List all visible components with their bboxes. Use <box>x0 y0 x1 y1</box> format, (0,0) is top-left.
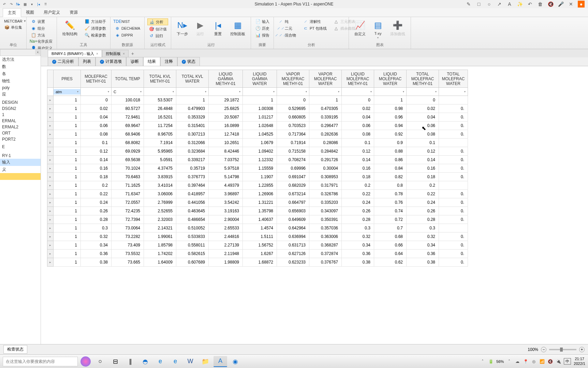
data-cell[interactable]: 29.1872 <box>209 96 243 104</box>
check-status-button[interactable]: 检查状态 <box>3 345 27 354</box>
data-cell[interactable]: 69.9647 <box>112 122 144 130</box>
data-cell[interactable]: 0. <box>439 113 468 122</box>
data-cell[interactable]: 0. <box>439 122 468 130</box>
data-cell[interactable]: 1.64009 <box>144 258 176 267</box>
data-cell[interactable]: 0.3 <box>81 224 112 232</box>
data-cell[interactable]: 0.631713 <box>277 241 309 250</box>
data-cell[interactable]: 1 <box>54 181 81 190</box>
data-cell[interactable]: 3.83915 <box>144 173 176 181</box>
data-cell[interactable]: 1 <box>309 96 342 104</box>
data-cell[interactable]: 1 <box>54 156 81 164</box>
subtab-comment[interactable]: 注释 <box>160 57 177 66</box>
row-handle[interactable]: ▸ <box>47 113 54 122</box>
data-cell[interactable]: 0.470305 <box>309 104 342 113</box>
data-cell[interactable]: 0.418957 <box>176 190 209 198</box>
data-cell[interactable]: 100.018 <box>112 96 144 104</box>
data-cell[interactable]: 0.691047 <box>277 173 309 181</box>
clean-param-button[interactable]: 🧹清理参数 <box>83 25 107 31</box>
column-header[interactable]: LIQUID MOLEFRAC WATER <box>374 70 407 88</box>
data-cell[interactable]: 1.35798 <box>243 207 277 215</box>
data-cell[interactable]: 0.38 <box>81 258 112 267</box>
data-cell[interactable]: 1 <box>243 96 277 104</box>
data-cell[interactable]: 0.32 <box>407 232 439 241</box>
data-cell[interactable]: 16.0899 <box>209 122 243 130</box>
data-cell[interactable]: 0.82 <box>374 173 407 181</box>
magic-wand-icon[interactable]: ✨ <box>516 1 523 8</box>
data-cell[interactable]: 0.32 <box>81 232 112 241</box>
data-cell[interactable]: 0.04 <box>342 113 374 122</box>
data-cell[interactable]: 0.62 <box>374 258 407 267</box>
sidebar-item[interactable]: 数 <box>0 63 41 70</box>
data-cell[interactable]: 0. <box>439 104 468 113</box>
data-cell[interactable]: 0.18 <box>407 173 439 181</box>
location-icon[interactable]: 📍 <box>523 359 528 364</box>
data-cell[interactable]: 1.12332 <box>243 156 277 164</box>
data-cell[interactable]: 0.16 <box>81 164 112 173</box>
row-handle[interactable]: ▸ <box>47 130 54 139</box>
data-cell[interactable]: 0.558011 <box>176 241 209 250</box>
unit-cell[interactable]: ▾ <box>374 88 407 96</box>
sidebar-item[interactable]: poly <box>0 85 41 91</box>
qa-overflow-icon[interactable]: ⠿ <box>43 2 48 6</box>
reset-button[interactable]: |◂重置 <box>210 18 226 38</box>
data-cell[interactable]: 0.656903 <box>277 207 309 215</box>
data-cell[interactable]: 0.335203 <box>309 198 342 207</box>
data-cell[interactable]: 0.529695 <box>277 104 309 113</box>
data-cell[interactable]: 1 <box>54 258 81 267</box>
column-header[interactable]: TOTAL MOLEFRAC WATER <box>439 70 468 88</box>
data-cell[interactable]: 0.22 <box>407 190 439 198</box>
data-cell[interactable]: 0.703523 <box>277 122 309 130</box>
setup-button[interactable]: ⚙设置 <box>29 18 54 25</box>
data-cell[interactable]: 1 <box>54 198 81 207</box>
sidebar-item[interactable]: DESIGN <box>0 99 41 105</box>
data-cell[interactable]: 0.312066 <box>176 139 209 147</box>
row-handle[interactable]: ▸ <box>47 139 54 147</box>
column-header[interactable]: TOTAL MOLEFRAC METHY-01 <box>407 70 439 88</box>
data-cell[interactable]: 73.409 <box>112 241 144 250</box>
taskbar-generic-icon[interactable]: ∥ <box>123 356 137 367</box>
ctrl-panel-button[interactable]: ▦控制面板 <box>227 18 248 38</box>
data-cell[interactable]: 7.1914 <box>144 139 176 147</box>
unit-cell[interactable]: ▾ <box>277 88 309 96</box>
data-cell[interactable]: 11.7254 <box>144 122 176 130</box>
data-cell[interactable]: 0.2 <box>342 181 374 190</box>
binary-button[interactable]: ⟋⟋二元 <box>277 25 297 31</box>
dippr-button[interactable]: ◈DIPPR <box>113 32 142 38</box>
analyze-button[interactable]: 🔬分析 <box>147 18 168 25</box>
data-cell[interactable]: 0.16 <box>407 164 439 173</box>
goto-first-icon[interactable]: |◂ <box>36 2 41 6</box>
data-cell[interactable]: 0. <box>439 258 468 267</box>
data-cell[interactable]: 72.7394 <box>112 215 144 224</box>
data-cell[interactable]: 0.08 <box>81 130 112 139</box>
data-cell[interactable]: 0.22 <box>81 190 112 198</box>
data-cell[interactable]: 0.479903 <box>176 104 209 113</box>
sidebar-item[interactable]: ERMAL2 <box>0 124 41 130</box>
row-handle[interactable]: ▸ <box>47 190 54 198</box>
data-cell[interactable]: 5.0591 <box>144 156 176 164</box>
tab-ctrl-panel[interactable]: 控制面板× <box>102 50 129 57</box>
row-handle[interactable]: ▸ <box>47 104 54 113</box>
nist-button[interactable]: TDENIST <box>113 18 142 25</box>
data-cell[interactable]: 1 <box>54 164 81 173</box>
row-handle[interactable]: ▸ <box>47 224 54 232</box>
data-cell[interactable]: 0.441056 <box>176 198 209 207</box>
data-cell[interactable]: 0.66 <box>374 241 407 250</box>
data-cell[interactable]: 1 <box>54 241 81 250</box>
data-cell[interactable]: 25.6825 <box>209 104 243 113</box>
data-cell[interactable]: 0.660805 <box>277 113 309 122</box>
data-cell[interactable]: 1.01217 <box>243 113 277 122</box>
data-cell[interactable]: 0.98 <box>374 104 407 113</box>
taskbar-app-icon[interactable]: ◓ <box>138 356 152 367</box>
data-cell[interactable]: 0.291726 <box>309 156 342 164</box>
data-cell[interactable]: 0.06 <box>342 122 374 130</box>
dropdown-icon[interactable]: ▾ <box>29 2 34 6</box>
data-cell[interactable]: 0.607689 <box>176 258 209 267</box>
data-cell[interactable]: 0.715158 <box>277 147 309 156</box>
menu-home[interactable]: 主页 <box>3 8 21 17</box>
data-cell[interactable]: 0.12 <box>81 147 112 156</box>
mute-icon[interactable]: 🔇 <box>547 1 554 8</box>
data-cell[interactable]: 0. <box>439 147 468 156</box>
row-handle[interactable]: ▸ <box>47 258 54 267</box>
data-cell[interactable]: 0.2 <box>81 181 112 190</box>
edge-legacy-icon[interactable]: e <box>168 356 182 367</box>
